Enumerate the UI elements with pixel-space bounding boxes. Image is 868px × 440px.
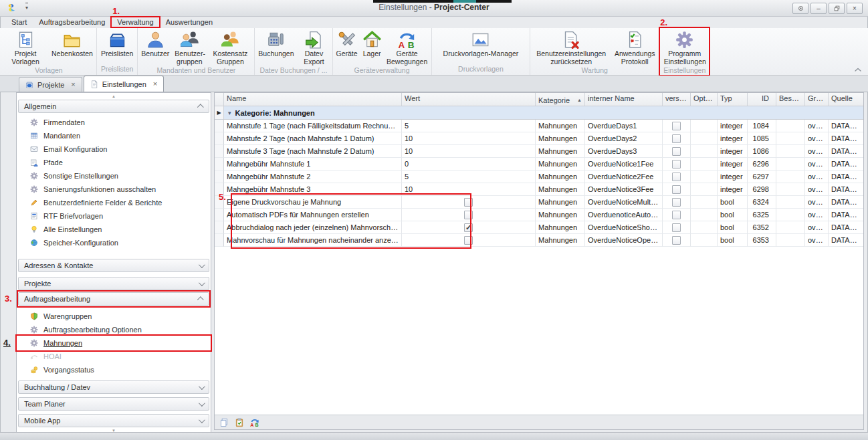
close-button[interactable]: × <box>847 3 863 14</box>
value-checkbox[interactable] <box>464 198 473 207</box>
sidebar-item-firmendaten[interactable]: Firmendaten <box>17 116 211 129</box>
ribbon-button-preislisten[interactable]: Preislisten <box>99 30 135 58</box>
cell-wert[interactable]: 5 <box>402 120 536 132</box>
header-gruppe[interactable]: Gruppe <box>805 93 829 106</box>
sidebar-item-auftragsbearbeitung-optionen[interactable]: Auftragsbearbeitung Optionen <box>17 323 211 336</box>
table-row[interactable]: Mahnstufe 2 Tage (nach Mahnstufe 1 Datum… <box>215 132 863 145</box>
minimize-button[interactable]: – <box>810 3 827 14</box>
sidebar-item-speicher-konfiguration[interactable]: Speicher-Konfiguration <box>17 236 211 249</box>
cell-wert[interactable]: 10 <box>402 132 536 145</box>
header-interner-name[interactable]: interner Name <box>585 93 663 106</box>
header-typ[interactable]: Typ <box>718 93 748 106</box>
sidebar-item-sanierungsfunktionen-ausschalten[interactable]: Sanierungsfunktionen ausschalten <box>17 183 211 196</box>
table-row[interactable]: Mahngebühr Mahnstufe 3 10 Mahnungen Over… <box>215 183 863 196</box>
ribbon-button-buchungen[interactable]: Buchungen <box>256 30 296 58</box>
ribbon-button-geraete[interactable]: Geräte <box>334 30 360 58</box>
sidebar-section-buchhaltung-datev[interactable]: Buchhaltung / Datev <box>18 380 209 394</box>
hidden-checkbox[interactable] <box>672 198 681 207</box>
header-beschreibung[interactable]: Beschr... <box>776 93 805 106</box>
collapse-group-icon[interactable]: ▾ <box>228 110 231 116</box>
ribbon-tab-auftragsbearbeitung[interactable]: Auftragsbearbeitung <box>33 17 111 27</box>
table-row[interactable]: Mahngebühr Mahnstufe 2 5 Mahnungen Overd… <box>215 171 863 183</box>
hidden-checkbox[interactable] <box>672 211 681 219</box>
scroll-up-icon[interactable]: ▲ <box>17 93 211 100</box>
value-checkbox[interactable] <box>464 236 473 245</box>
sidebar-item-sonstige-einstellungen[interactable]: Sonstige Einstellungen <box>17 169 211 183</box>
cell-wert[interactable]: 10 <box>402 145 536 158</box>
hidden-checkbox[interactable] <box>672 223 681 232</box>
tab-projekte[interactable]: Projekte × <box>19 77 82 92</box>
clipboard-check-icon[interactable] <box>235 418 244 427</box>
ribbon-button-anwendungs-protokoll[interactable]: Anwendungs Protokoll <box>612 30 657 66</box>
sidebar-item-mandanten[interactable]: Mandanten <box>17 129 211 142</box>
hidden-checkbox[interactable] <box>672 173 681 181</box>
close-tab-icon[interactable]: × <box>71 81 75 88</box>
copy-icon[interactable] <box>219 418 229 427</box>
table-row[interactable]: Automatisch PDFs für Mahnungen erstellen… <box>215 209 863 221</box>
ribbon-button-geraete-bewegungen[interactable]: Geräte Bewegungen <box>385 30 430 66</box>
header-versteckt[interactable]: verste... <box>663 93 691 106</box>
header-id[interactable]: ID <box>748 93 776 106</box>
table-row[interactable]: Eigene Druckvorschau je Mahnung Mahnunge… <box>215 196 863 209</box>
ribbon-button-datev-export[interactable]: Datev Export <box>298 30 331 66</box>
hidden-checkbox[interactable] <box>672 160 681 169</box>
table-row[interactable]: Abbruchdialog nach jeder (einzelnen) Mah… <box>215 221 863 234</box>
ribbon-button-benutzereinstellungen-zuruecksetzen[interactable]: Benutzereinstellungen zurücksetzen <box>532 30 611 66</box>
header-quelle[interactable]: Quelle <box>829 93 863 106</box>
value-checkbox[interactable] <box>464 211 473 219</box>
ribbon-tab-verwaltung[interactable]: Verwaltung 1. <box>111 17 159 27</box>
sidebar-item-benutzerdefinierte-felder[interactable]: Benutzerdefinierte Felder & Berichte <box>17 196 211 209</box>
sidebar-section-allgemein[interactable]: Allgemein <box>18 100 209 113</box>
cell-gruppe: overdue <box>805 158 829 171</box>
category-group-row[interactable]: ▶ ▾ Kategorie: Mahnungen <box>215 106 863 120</box>
ribbon-button-kostensatz-gruppen[interactable]: Kostensatz Gruppen <box>207 30 253 66</box>
sidebar-item-pfade[interactable]: Pfade <box>17 156 211 169</box>
ribbon-button-druckvorlagen-manager[interactable]: Druckvorlagen-Manager <box>441 30 521 58</box>
rtf-document-icon <box>30 212 38 220</box>
sidebar-item-rtf-briefvorlagen[interactable]: RTF Briefvorlagen <box>17 209 211 223</box>
hidden-checkbox[interactable] <box>672 147 681 156</box>
value-checkbox-checked[interactable]: ✓ <box>464 223 473 232</box>
ribbon-button-projekt-vorlagen[interactable]: Projekt Vorlagen <box>3 30 48 66</box>
sidebar-item-vorgangsstatus[interactable]: Vorgangsstatus <box>17 363 211 376</box>
sidebar-item-hoai[interactable]: HOAI <box>17 350 211 363</box>
sidebar-item-email-konfiguration[interactable]: Email Konfiguration <box>17 142 211 156</box>
ribbon-tab-auswertungen[interactable]: Auswertungen <box>160 17 219 27</box>
ribbon-button-programm-einstellungen[interactable]: Programm Einstellungen <box>662 30 708 66</box>
close-tab-icon[interactable]: × <box>153 80 157 88</box>
cell-wert[interactable]: 10 <box>402 183 536 196</box>
table-row[interactable]: Mahnstufe 1 Tage (nach Fälligkeitsdatum … <box>215 120 863 132</box>
cell-quelle: DATABAS... <box>829 183 863 196</box>
table-row[interactable]: Mahnstufe 3 Tage (nach Mahnstufe 2 Datum… <box>215 145 863 158</box>
cell-wert[interactable]: 0 <box>402 158 536 171</box>
table-row[interactable]: Mahnvorschau für Mahnungen nacheinander … <box>215 234 863 247</box>
hidden-checkbox[interactable] <box>672 122 681 130</box>
header-kategorie[interactable]: Kategorie ▲ <box>536 93 585 106</box>
header-optionen[interactable]: Option... <box>691 93 718 106</box>
hidden-checkbox[interactable] <box>672 134 681 143</box>
restore-button[interactable] <box>829 3 845 14</box>
collapse-ribbon-button[interactable] <box>853 66 863 74</box>
ribbon-button-benutzer[interactable]: Benutzer <box>139 30 171 58</box>
ribbon-button-nebenkosten[interactable]: Nebenkosten <box>49 30 95 58</box>
window-style-button[interactable] <box>792 3 808 14</box>
sidebar-section-adressen-kontakte[interactable]: Adressen & Kontakte <box>18 259 209 272</box>
hidden-checkbox[interactable] <box>672 236 681 245</box>
table-row[interactable]: Mahngebühr Mahnstufe 1 0 Mahnungen Overd… <box>215 158 863 171</box>
sidebar-item-alle-einstellungen[interactable]: Alle Einstellungen <box>17 223 211 236</box>
header-name[interactable]: Name <box>224 93 402 106</box>
sidebar-section-projekte[interactable]: Projekte <box>18 277 209 290</box>
cell-wert[interactable]: 5 <box>402 171 536 183</box>
ribbon-button-lager[interactable]: Lager <box>361 30 383 58</box>
hidden-checkbox[interactable] <box>672 185 681 194</box>
sidebar-item-warengruppen[interactable]: Warengruppen <box>17 310 211 323</box>
ab-rename-icon[interactable] <box>250 418 259 427</box>
sidebar-section-mobile-app[interactable]: Mobile App <box>18 414 209 427</box>
sidebar-section-auftragsbearbeitung[interactable]: Auftragsbearbeitung 3. <box>18 292 209 306</box>
tab-einstellungen[interactable]: Einstellungen × <box>84 76 165 92</box>
ribbon-button-benutzergruppen[interactable]: Benutzer-gruppen <box>173 30 206 66</box>
sidebar-section-team-planer[interactable]: Team Planer <box>18 397 209 411</box>
sidebar-item-mahnungen[interactable]: Mahnungen 4. <box>17 336 211 350</box>
header-wert[interactable]: Wert <box>402 93 536 106</box>
ribbon-tab-start[interactable]: Start <box>5 17 33 27</box>
